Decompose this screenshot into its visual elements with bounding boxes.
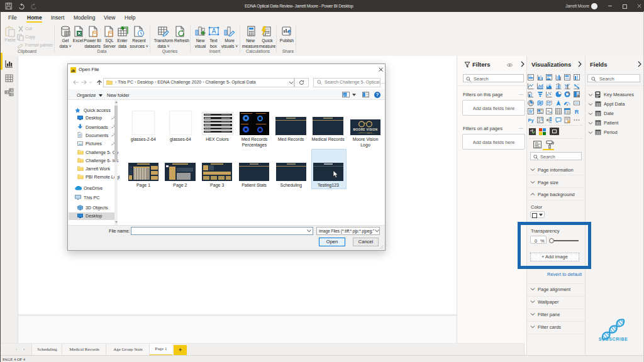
svg-text:A: A (212, 28, 216, 35)
svg-text:?: ? (568, 119, 570, 123)
svg-text:R: R (574, 109, 579, 115)
svg-text:Py: Py (528, 118, 534, 123)
